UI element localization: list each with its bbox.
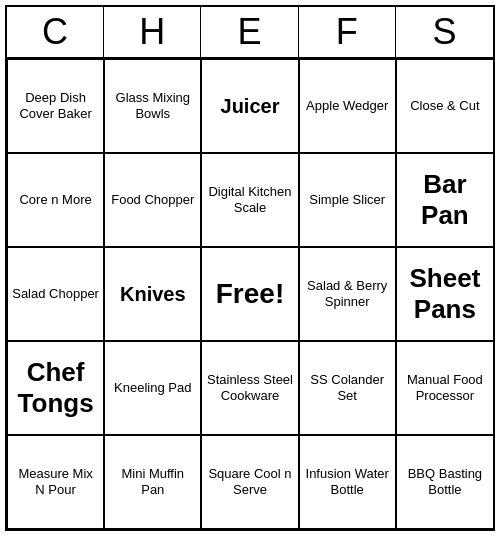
cell-text-3: Apple Wedger bbox=[306, 98, 388, 114]
cell-text-20: Measure Mix N Pour bbox=[12, 466, 99, 497]
cell-text-11: Knives bbox=[120, 282, 186, 306]
bingo-cell-5[interactable]: Core n More bbox=[7, 153, 104, 247]
bingo-cell-11[interactable]: Knives bbox=[104, 247, 201, 341]
bingo-cell-24[interactable]: BBQ Basting Bottle bbox=[396, 435, 493, 529]
bingo-cell-22[interactable]: Square Cool n Serve bbox=[201, 435, 298, 529]
header-letter-s: S bbox=[396, 7, 493, 57]
cell-text-22: Square Cool n Serve bbox=[206, 466, 293, 497]
cell-text-9: Bar Pan bbox=[401, 169, 489, 231]
cell-text-8: Simple Slicer bbox=[309, 192, 385, 208]
bingo-cell-15[interactable]: Chef Tongs bbox=[7, 341, 104, 435]
bingo-cell-21[interactable]: Mini Muffin Pan bbox=[104, 435, 201, 529]
cell-text-7: Digital Kitchen Scale bbox=[206, 184, 293, 215]
bingo-cell-1[interactable]: Glass Mixing Bowls bbox=[104, 59, 201, 153]
cell-text-17: Stainless Steel Cookware bbox=[206, 372, 293, 403]
bingo-cell-13[interactable]: Salad & Berry Spinner bbox=[299, 247, 396, 341]
bingo-grid: Deep Dish Cover BakerGlass Mixing BowlsJ… bbox=[7, 59, 493, 529]
header-letter-h: H bbox=[104, 7, 201, 57]
cell-text-24: BBQ Basting Bottle bbox=[401, 466, 489, 497]
cell-text-14: Sheet Pans bbox=[401, 263, 489, 325]
bingo-cell-3[interactable]: Apple Wedger bbox=[299, 59, 396, 153]
cell-text-15: Chef Tongs bbox=[12, 357, 99, 419]
bingo-cell-16[interactable]: Kneeling Pad bbox=[104, 341, 201, 435]
bingo-cell-9[interactable]: Bar Pan bbox=[396, 153, 493, 247]
cell-text-5: Core n More bbox=[19, 192, 91, 208]
cell-text-1: Glass Mixing Bowls bbox=[109, 90, 196, 121]
cell-text-0: Deep Dish Cover Baker bbox=[12, 90, 99, 121]
header-letter-e: E bbox=[201, 7, 298, 57]
cell-text-12: Free! bbox=[216, 277, 284, 311]
bingo-cell-8[interactable]: Simple Slicer bbox=[299, 153, 396, 247]
bingo-cell-2[interactable]: Juicer bbox=[201, 59, 298, 153]
bingo-cell-7[interactable]: Digital Kitchen Scale bbox=[201, 153, 298, 247]
header-letter-c: C bbox=[7, 7, 104, 57]
bingo-cell-4[interactable]: Close & Cut bbox=[396, 59, 493, 153]
cell-text-23: Infusion Water Bottle bbox=[304, 466, 391, 497]
cell-text-4: Close & Cut bbox=[410, 98, 479, 114]
bingo-cell-17[interactable]: Stainless Steel Cookware bbox=[201, 341, 298, 435]
bingo-cell-23[interactable]: Infusion Water Bottle bbox=[299, 435, 396, 529]
bingo-cell-10[interactable]: Salad Chopper bbox=[7, 247, 104, 341]
bingo-card: CHEFS Deep Dish Cover BakerGlass Mixing … bbox=[5, 5, 495, 531]
cell-text-13: Salad & Berry Spinner bbox=[304, 278, 391, 309]
header-row: CHEFS bbox=[7, 7, 493, 59]
bingo-cell-18[interactable]: SS Colander Set bbox=[299, 341, 396, 435]
cell-text-2: Juicer bbox=[221, 94, 280, 118]
bingo-cell-12[interactable]: Free! bbox=[201, 247, 298, 341]
bingo-cell-6[interactable]: Food Chopper bbox=[104, 153, 201, 247]
header-letter-f: F bbox=[299, 7, 396, 57]
bingo-cell-0[interactable]: Deep Dish Cover Baker bbox=[7, 59, 104, 153]
cell-text-21: Mini Muffin Pan bbox=[109, 466, 196, 497]
bingo-cell-19[interactable]: Manual Food Processor bbox=[396, 341, 493, 435]
cell-text-18: SS Colander Set bbox=[304, 372, 391, 403]
cell-text-16: Kneeling Pad bbox=[114, 380, 191, 396]
cell-text-10: Salad Chopper bbox=[12, 286, 99, 302]
bingo-cell-14[interactable]: Sheet Pans bbox=[396, 247, 493, 341]
bingo-cell-20[interactable]: Measure Mix N Pour bbox=[7, 435, 104, 529]
cell-text-6: Food Chopper bbox=[111, 192, 194, 208]
cell-text-19: Manual Food Processor bbox=[401, 372, 489, 403]
